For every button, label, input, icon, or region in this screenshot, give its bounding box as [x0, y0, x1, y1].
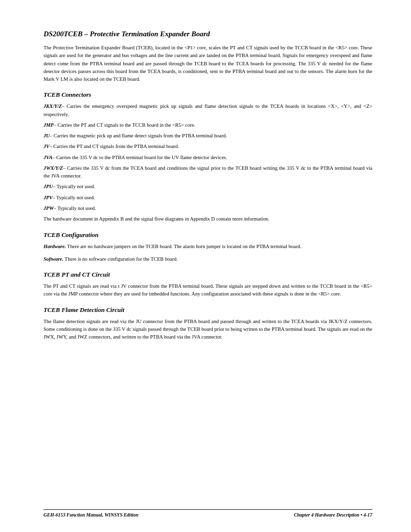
connector-entry: JWX/Y/Z– Carries the 335 V dc from the T… — [44, 164, 372, 180]
connector-entry: JPV– Typically not used. — [44, 194, 372, 202]
footer-right: Chapter 4 Hardware Description • 4-17 — [294, 512, 372, 517]
connector-entry: JMP– Carries the PT and CT signals to th… — [44, 121, 372, 129]
main-title: DS200TCEB – Protective Termination Expan… — [44, 29, 372, 39]
connectors-list: JKX/Y/Z– Carries the emergency overspeed… — [44, 103, 372, 212]
connector-entry: JV– Carries the PT and CT signals from t… — [44, 143, 372, 150]
flame-section-title: TCEB Flame Detection Circuit — [44, 306, 372, 314]
software-label: Software. — [44, 256, 63, 262]
flame-paragraph: The flame detection signals are read via… — [44, 318, 372, 341]
ptct-paragraph: The PT and CT signals are read via t JV … — [44, 282, 372, 298]
ptct-section-title: TCEB PT and CT Circuit — [44, 271, 372, 279]
connector-entry: JPW– Typically not used. — [44, 205, 372, 212]
footer: GEH-6153 Function Manual, WINSYS Edition… — [44, 509, 372, 517]
intro-paragraph: The Protective Termination Expander Boar… — [44, 44, 372, 83]
connector-entry: JVA– Carries the 335 V dc to the PTBA te… — [44, 154, 372, 162]
connector-entry: JPU– Typically not used. — [44, 183, 372, 191]
page: DS200TCEB – Protective Termination Expan… — [0, 0, 411, 532]
connector-entry: JKX/Y/Z– Carries the emergency overspeed… — [44, 103, 372, 118]
connectors-appendix: The hardware document in Appendix B and … — [44, 215, 372, 223]
hardware-label: Hardware. — [44, 244, 66, 249]
connector-entry: JU– Carries the magnetic pick up and fla… — [44, 132, 372, 140]
configuration-software: Software. There is no software configura… — [44, 255, 372, 263]
connectors-section-title: TCEB Connectors — [44, 91, 372, 99]
footer-left: GEH-6153 Function Manual, WINSYS Edition — [44, 512, 138, 517]
configuration-hardware: Hardware. There are no hardware jumpers … — [44, 243, 372, 251]
hardware-text: There are no hardware jumpers on the TCE… — [67, 244, 302, 249]
software-text: There is no software configuration for t… — [65, 256, 178, 262]
configuration-section-title: TCEB Configuration — [44, 231, 372, 239]
